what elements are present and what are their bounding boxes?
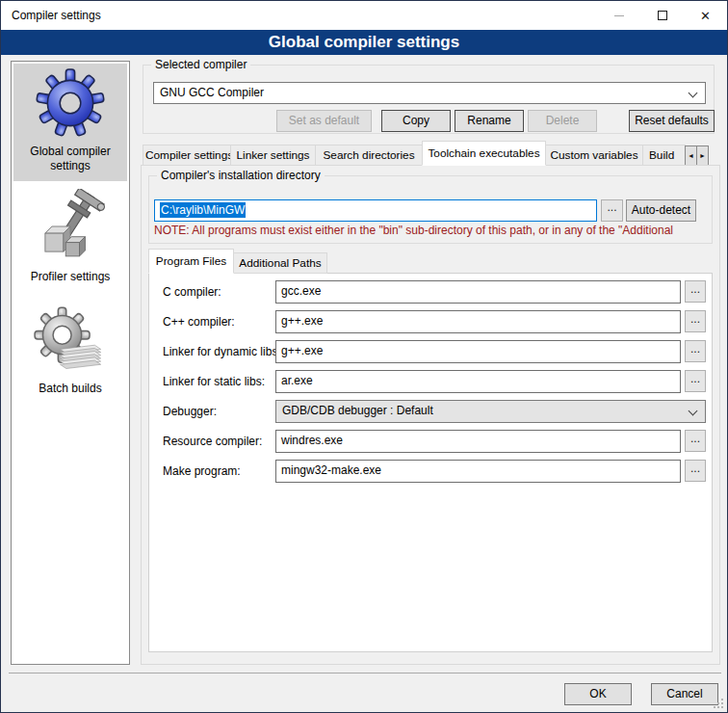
sidebar-item-label: Global compiler settings	[13, 145, 127, 173]
set-as-default-button[interactable]: Set as default	[276, 110, 372, 132]
subtab-program-files[interactable]: Program Files	[148, 249, 234, 274]
resource-compiler-label: Resource compiler:	[163, 430, 262, 453]
resource-compiler-input[interactable]: windres.exe	[275, 430, 681, 453]
minimize-icon	[614, 15, 624, 16]
debugger-label: Debugger:	[163, 400, 217, 423]
close-button[interactable]: ✕	[684, 1, 727, 30]
make-program-label: Make program:	[163, 460, 241, 483]
window-title: Compiler settings	[1, 9, 101, 22]
debugger-combobox-value: GDB/CDB debugger : Default	[282, 404, 433, 417]
dialog-banner: Global compiler settings	[1, 30, 727, 55]
tab-custom-variables[interactable]: Custom variables	[545, 145, 643, 166]
tab-linker-settings[interactable]: Linker settings	[230, 145, 316, 166]
resize-grip[interactable]	[721, 706, 723, 708]
static-linker-label: Linker for static libs:	[163, 370, 265, 393]
install-dir-browse-button[interactable]: ...	[601, 199, 623, 222]
reset-defaults-button[interactable]: Reset defaults	[629, 110, 715, 132]
caliper-icon	[34, 189, 107, 264]
cpp-compiler-input[interactable]: g++.exe	[275, 310, 681, 333]
sidebar-item-label: Profiler settings	[13, 270, 127, 284]
static-linker-input[interactable]: ar.exe	[275, 370, 681, 393]
c-compiler-browse-button[interactable]: ...	[685, 280, 706, 303]
footer-divider	[9, 673, 721, 673]
make-program-browse-button[interactable]: ...	[685, 460, 706, 482]
blue-gear-icon	[35, 67, 106, 139]
install-dir-legend: Compiler's installation directory	[157, 169, 325, 182]
install-dir-groupbox: Compiler's installation directory C:\ray…	[148, 175, 713, 244]
tab-compiler-settings[interactable]: Compiler settings	[143, 145, 231, 166]
left-arrow-icon: ◄	[688, 152, 694, 159]
cancel-button[interactable]: Cancel	[651, 683, 718, 705]
ok-button[interactable]: OK	[564, 683, 632, 705]
selected-compiler-groupbox: Selected compiler GNU GCC Compiler Set a…	[143, 65, 715, 134]
main-tabbar: Compiler settings Linker settings Search…	[143, 141, 709, 166]
sidebar-item-profiler-settings[interactable]: Profiler settings	[13, 185, 127, 291]
sidebar-item-global-compiler-settings[interactable]: Global compiler settings	[13, 64, 127, 181]
sidebar-item-label: Batch builds	[13, 382, 127, 396]
settings-category-list: Global compiler settings Profiler settin…	[11, 61, 130, 665]
dynamic-linker-label: Linker for dynamic libs:	[163, 340, 281, 363]
chevron-down-icon	[689, 407, 698, 416]
static-linker-browse-button[interactable]: ...	[685, 370, 706, 392]
right-arrow-icon: ►	[699, 152, 706, 159]
rename-button[interactable]: Rename	[455, 110, 524, 132]
selected-compiler-legend: Selected compiler	[151, 58, 250, 71]
sub-tabbar: Program Files Additional Paths	[148, 250, 327, 274]
cpp-compiler-browse-button[interactable]: ...	[685, 310, 706, 332]
cpp-compiler-label: C++ compiler:	[163, 310, 235, 333]
debugger-combobox[interactable]: GDB/CDB debugger : Default	[275, 400, 706, 423]
maximize-button[interactable]	[640, 1, 684, 30]
minimize-button[interactable]	[597, 1, 640, 30]
install-dir-selected-text: C:\raylib\MinGW	[160, 202, 246, 218]
note-text: NOTE: All programs must exist either in …	[154, 224, 724, 237]
chevron-down-icon	[689, 89, 698, 98]
subtab-additional-paths[interactable]: Additional Paths	[233, 252, 327, 274]
install-dir-input[interactable]: C:\raylib\MinGW	[154, 199, 597, 222]
dynamic-linker-input[interactable]: g++.exe	[275, 340, 681, 363]
tab-build-options[interactable]: Build	[642, 145, 686, 166]
program-files-panel: C compiler: gcc.exe ... C++ compiler: g+…	[148, 273, 713, 652]
banner-title: Global compiler settings	[269, 33, 459, 51]
c-compiler-input[interactable]: gcc.exe	[275, 280, 681, 304]
compiler-combobox[interactable]: GNU GCC Compiler	[153, 82, 706, 104]
delete-button[interactable]: Delete	[528, 110, 597, 132]
batch-builds-icon	[34, 306, 107, 376]
tab-search-directories[interactable]: Search directories	[315, 145, 423, 166]
auto-detect-button[interactable]: Auto-detect	[626, 199, 696, 222]
make-program-input[interactable]: mingw32-make.exe	[275, 460, 681, 483]
caption-buttons: ✕	[597, 1, 727, 30]
resource-compiler-browse-button[interactable]: ...	[685, 430, 706, 452]
close-icon: ✕	[700, 10, 711, 22]
compiler-combobox-value: GNU GCC Compiler	[160, 86, 264, 99]
tab-scroll-right-button[interactable]: ►	[696, 145, 709, 166]
copy-button[interactable]: Copy	[381, 110, 451, 132]
c-compiler-label: C compiler:	[163, 280, 221, 304]
sidebar-item-batch-builds[interactable]: Batch builds	[13, 303, 127, 410]
dynamic-linker-browse-button[interactable]: ...	[685, 340, 706, 362]
maximize-icon	[658, 11, 667, 20]
compiler-settings-dialog: Compiler settings ✕ Global compiler sett…	[0, 0, 728, 713]
tab-toolchain-executables[interactable]: Toolchain executables	[422, 141, 546, 166]
